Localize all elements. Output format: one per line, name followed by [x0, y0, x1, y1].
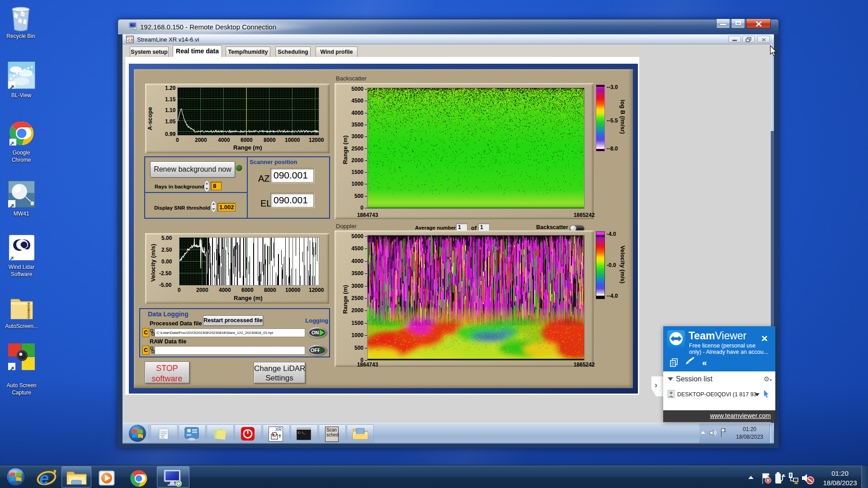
- svg-text:e: e: [39, 469, 49, 488]
- svg-text:C:\_: C:\_: [298, 431, 306, 435]
- svg-text:!: !: [796, 481, 797, 484]
